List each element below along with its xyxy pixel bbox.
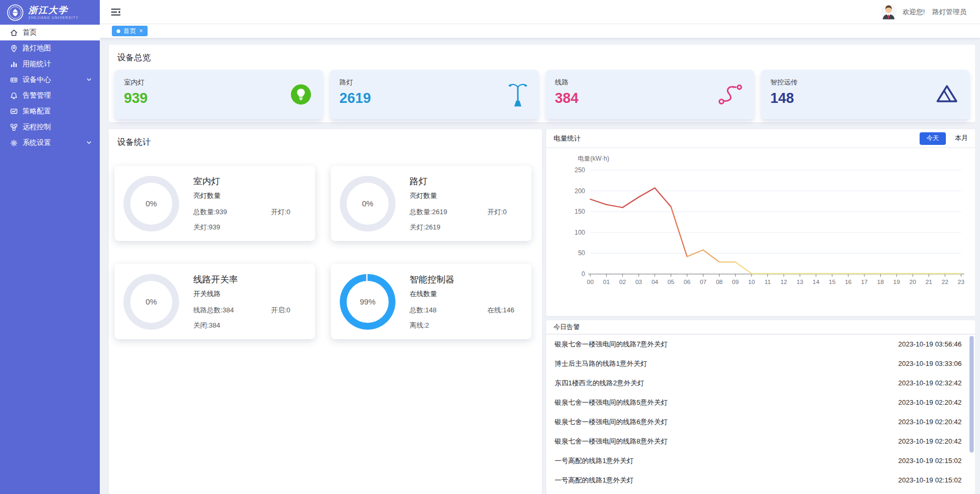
- sidebar-item-energy-stats[interactable]: 用能统计: [0, 56, 100, 72]
- alarm-row: 银泉七舍一楼强电间的线路5意外关灯2023-10-19 02:20:42: [546, 393, 975, 412]
- circuit-icon: [717, 83, 744, 106]
- svg-text:14: 14: [812, 279, 819, 285]
- svg-text:100: 100: [575, 229, 585, 236]
- alarm-text: 银泉七舍一楼强电间的线路8意外关灯: [555, 437, 668, 446]
- stat-off: 关闭:384: [193, 321, 271, 330]
- svg-text:250: 250: [575, 166, 585, 174]
- donut-percent: 0%: [130, 183, 172, 225]
- svg-text:01: 01: [603, 279, 610, 285]
- alarm-row: 东四1楼西北的线路2意外关灯2023-10-19 02:32:42: [546, 373, 975, 393]
- alarm-row: 一号高配的线路1意外关灯2023-10-19 02:15:02: [546, 470, 975, 490]
- alarm-list-scrollbar[interactable]: [969, 336, 974, 453]
- overview-card-value: 2619: [339, 90, 529, 107]
- stats-title: 设备统计: [109, 129, 542, 154]
- tab-active-dot: [117, 29, 120, 33]
- svg-text:09: 09: [732, 279, 739, 285]
- logo-subtitle: ZHEJIANG UNIVERSITY: [28, 16, 79, 19]
- stat-on: 开灯:0: [487, 207, 507, 217]
- range-today-button[interactable]: 今天: [920, 132, 946, 145]
- svg-text:15: 15: [829, 279, 836, 285]
- sidebar-item-device-center[interactable]: 设备中心: [0, 72, 100, 88]
- overview-cards: 室内灯939路灯2619线路384智控远传148: [109, 70, 975, 119]
- alarm-list: 银泉七舍一楼强电间的线路7意外关灯2023-10-19 03:56:46博士后主…: [546, 334, 975, 490]
- alarm-text: 银泉七舍一楼强电间的线路5意外关灯: [555, 398, 668, 407]
- svg-text:21: 21: [925, 279, 932, 285]
- university-seal-icon: [6, 4, 24, 22]
- energy-stats-icon: [9, 60, 18, 68]
- svg-text:20: 20: [910, 279, 916, 285]
- remote-control-icon: [9, 123, 18, 131]
- tab-close-icon[interactable]: ×: [139, 27, 143, 35]
- sidebar-item-alarm-management[interactable]: 告警管理: [0, 88, 100, 103]
- alarm-text: 银泉七舍一楼强电间的线路7意外关灯: [555, 340, 668, 349]
- stat-card-subtitle: 在线数量: [410, 289, 531, 299]
- smart-remote-icon: [935, 83, 959, 106]
- donut-percent: 99%: [347, 281, 389, 323]
- svg-text:电量(kW·h): 电量(kW·h): [578, 155, 609, 162]
- tab-home[interactable]: 首页 ×: [112, 26, 148, 36]
- svg-text:22: 22: [942, 279, 948, 285]
- tab-label: 首页: [123, 27, 136, 36]
- alarm-time: 2023-10-19 02:15:02: [898, 476, 962, 484]
- alarm-text: 东四1楼西北的线路2意外关灯: [555, 379, 644, 388]
- alarm-time: 2023-10-19 02:20:42: [898, 418, 962, 426]
- svg-text:03: 03: [635, 279, 642, 285]
- bulb-icon: [289, 83, 312, 106]
- chevron-down-icon: [86, 140, 92, 146]
- stat-on: 开启:0: [271, 306, 290, 315]
- sidebar-item-streetlight-map[interactable]: 路灯地图: [0, 40, 100, 56]
- energy-title: 电量统计: [554, 134, 581, 143]
- energy-line-chart: 050100150200250电量(kW·h)00010203040506070…: [546, 148, 975, 312]
- overview-card-label: 路灯: [339, 78, 529, 87]
- sidebar-item-remote-control[interactable]: 远程控制: [0, 119, 100, 135]
- donut-chart: 0%: [123, 176, 179, 232]
- home-icon: [9, 28, 18, 37]
- stat-card-3: 99%智能控制器在线数量总数:148在线:146离线:2: [331, 264, 531, 339]
- welcome-text: 欢迎您!: [902, 7, 925, 17]
- sidebar-item-strategy-config[interactable]: 策略配置: [0, 103, 100, 119]
- overview-title: 设备总览: [109, 45, 975, 70]
- alarm-row: 银泉七舍一楼强电间的线路8意外关灯2023-10-19 02:20:42: [546, 432, 975, 451]
- user-avatar: [880, 4, 897, 20]
- device-overview-panel: 设备总览 室内灯939路灯2619线路384智控远传148: [109, 45, 975, 122]
- alarm-text: 银泉七舍一楼强电间的线路6意外关灯: [555, 417, 668, 427]
- stat-card-subtitle: 开关线路: [193, 289, 315, 299]
- stat-total: 线路总数:384: [193, 306, 271, 315]
- svg-text:06: 06: [684, 279, 691, 285]
- stat-off: 离线:2: [410, 321, 487, 330]
- overview-card-3: 智控远传148: [761, 70, 969, 119]
- streetlight-map-icon: [9, 44, 18, 52]
- alarm-time: 2023-10-19 03:56:46: [898, 340, 962, 348]
- svg-text:16: 16: [845, 279, 852, 285]
- alarm-text: 博士后主马路的线路1意外关灯: [555, 359, 647, 369]
- range-month-button[interactable]: 本月: [955, 134, 968, 143]
- sidebar-item-home[interactable]: 首页: [0, 25, 100, 40]
- energy-header: 电量统计 今天 本月: [546, 129, 975, 148]
- alarm-row: 银泉七舍一楼强电间的线路6意外关灯2023-10-19 02:20:42: [546, 412, 975, 432]
- alarm-time: 2023-10-19 02:15:02: [898, 457, 962, 465]
- donut-percent: 0%: [130, 281, 172, 323]
- app-logo: 浙江大学 ZHEJIANG UNIVERSITY: [0, 0, 100, 25]
- chevron-down-icon: [86, 77, 92, 83]
- svg-text:0: 0: [581, 270, 585, 278]
- stat-total: 总数量:2619: [410, 207, 487, 217]
- stat-card-subtitle: 亮灯数量: [193, 191, 315, 201]
- svg-text:02: 02: [619, 279, 626, 285]
- sidebar-item-system-settings[interactable]: 系统设置: [0, 135, 100, 151]
- overview-card-0: 室内灯939: [114, 70, 323, 119]
- svg-text:00: 00: [587, 279, 594, 285]
- stat-total: 总数:148: [410, 306, 487, 315]
- device-center-icon: [9, 76, 18, 84]
- overview-card-label: 室内灯: [124, 78, 314, 87]
- sidebar-collapse-button[interactable]: [111, 8, 121, 16]
- overview-card-label: 智控远传: [770, 78, 960, 87]
- user-menu[interactable]: 欢迎您! 路灯管理员: [880, 4, 966, 20]
- alarm-text: 一号高配的线路1意外关灯: [555, 456, 633, 466]
- stat-card-title: 路灯: [410, 175, 531, 187]
- overview-card-value: 384: [555, 90, 745, 107]
- today-alarms-panel: 今日告警 银泉七舍一楼强电间的线路7意外关灯2023-10-19 03:56:4…: [546, 320, 975, 494]
- svg-text:10: 10: [748, 279, 755, 285]
- alarm-management-icon: [9, 91, 18, 100]
- strategy-config-icon: [9, 107, 18, 115]
- stat-off: 关灯:2619: [410, 223, 487, 232]
